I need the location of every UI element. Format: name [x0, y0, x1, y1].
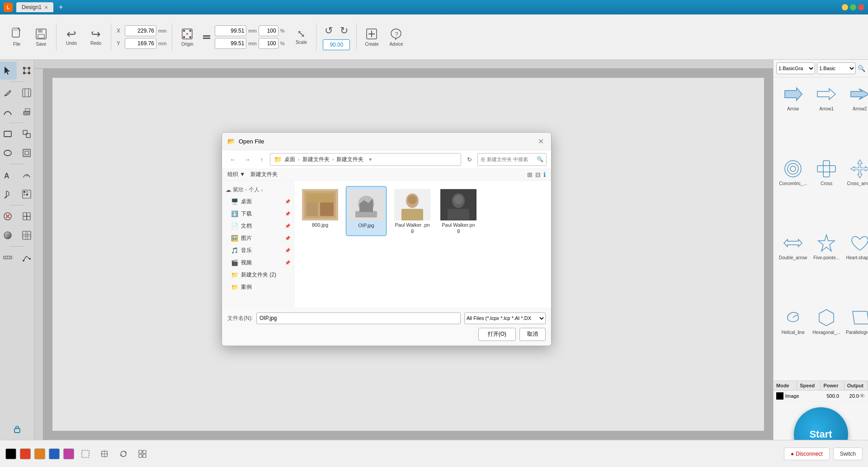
scale-button[interactable]: ⤡ Scale: [290, 27, 312, 47]
nav-forward-button[interactable]: →: [241, 153, 254, 166]
marquee-tool[interactable]: [97, 446, 112, 462]
grid-view-tool[interactable]: [135, 446, 150, 462]
breadcrumb-dropdown-icon[interactable]: ▼: [368, 157, 373, 162]
close-button[interactable]: [858, 4, 864, 10]
shape-concentric[interactable]: Concentric_...: [777, 156, 809, 229]
selection-tool-bottom[interactable]: [78, 446, 93, 462]
shape-cross-arrow[interactable]: Cross_arrow: [844, 156, 868, 229]
shape-cross[interactable]: Cross: [811, 156, 842, 229]
color-blue[interactable]: [49, 448, 60, 459]
angle-input[interactable]: [323, 39, 350, 50]
breadcrumb[interactable]: 📁 桌面 › 新建文件夹 › 新建文件夹 ▼: [270, 153, 461, 166]
cases-icon: 📁: [231, 284, 238, 291]
file-thumb-oipjpg: [348, 189, 384, 221]
maximize-button[interactable]: [850, 4, 856, 10]
x-input[interactable]: [125, 25, 156, 36]
save-button[interactable]: Save: [30, 25, 52, 48]
shape-arrow1[interactable]: Arrow1: [811, 81, 842, 154]
sidebar-cloud-group[interactable]: ☁ 紫欣 - 个人 ›: [222, 184, 294, 195]
dialog-close-button[interactable]: ✕: [536, 136, 546, 146]
new-tab-button[interactable]: +: [59, 3, 63, 11]
sidebar-item-downloads[interactable]: ⬇️ 下载 📌: [222, 208, 294, 220]
dialog-footer: 文件名(N): All Files (*.lcpx *.lcp *.AI *.D…: [222, 307, 551, 345]
sidebar-pin-icon-downloads: 📌: [285, 211, 290, 216]
nav-up-button[interactable]: ↑: [255, 153, 268, 166]
save-icon: [34, 27, 48, 41]
file-item-800jpg[interactable]: 800.jpg: [300, 186, 340, 236]
shape-category-dropdown-2[interactable]: 1.Basic: [817, 62, 856, 74]
app-tab[interactable]: Design1 ✕: [16, 2, 53, 12]
save-label: Save: [36, 42, 47, 47]
shape-search-icon[interactable]: 🔍: [858, 65, 865, 72]
shape-parallelogram[interactable]: Parallelogram: [844, 305, 868, 377]
width-pct-input[interactable]: [259, 25, 278, 36]
sidebar-item-videos[interactable]: 🎬 视频 📌: [222, 257, 294, 269]
minimize-button[interactable]: [842, 4, 848, 10]
file-item-paulwalker2[interactable]: Paul Walker.png: [438, 186, 479, 236]
layer-visibility-icon[interactable]: 👁: [859, 392, 865, 400]
color-orange[interactable]: [34, 448, 45, 459]
sidebar-item-pictures[interactable]: 🖼️ 图片 📌: [222, 232, 294, 244]
origin-icon: [180, 27, 194, 41]
arrow1-shape-icon: [815, 83, 838, 105]
redo-button[interactable]: ↪ Redo: [85, 26, 107, 48]
open-file-dialog: 📂 Open File ✕ ← → ↑ 📁 桌面 › 新建文件夹 › 新建文件夹…: [222, 132, 552, 346]
rotate-cw-button[interactable]: ↻: [337, 24, 351, 38]
height-pct-input[interactable]: [259, 38, 278, 49]
file-button[interactable]: File: [5, 25, 28, 48]
origin-button[interactable]: Origin: [176, 25, 198, 48]
tab-close-icon[interactable]: ✕: [44, 5, 48, 10]
cross-shape-label: Cross: [821, 181, 832, 186]
file-name-paulwalker2: Paul Walker.png: [441, 222, 476, 233]
create-button[interactable]: Create: [360, 25, 383, 48]
color-black[interactable]: [5, 448, 16, 459]
shape-hexagonal[interactable]: Hexagonal_...: [811, 305, 842, 377]
search-icon[interactable]: 🔍: [537, 156, 543, 162]
sidebar-item-new-folder-2[interactable]: 📁 新建文件夹 (2): [222, 269, 294, 281]
undo-button[interactable]: ↩ Undo: [60, 26, 83, 48]
sidebar-item-desktop[interactable]: 🖥️ 桌面 📌: [222, 195, 294, 208]
create-label: Create: [365, 42, 378, 47]
nav-back-button[interactable]: ←: [226, 153, 239, 166]
layers-section: Mode Speed Power Output Image 500.0 20.0…: [774, 381, 868, 402]
shape-five-pointed[interactable]: Five-pointe...: [811, 230, 842, 303]
file-item-oipjpg[interactable]: OIP.jpg: [346, 186, 387, 236]
disconnect-button[interactable]: ● Disconnect: [784, 448, 830, 460]
shape-double-arrow[interactable]: Double_arrow: [777, 230, 809, 303]
refresh-tool[interactable]: [116, 446, 131, 462]
height-input[interactable]: [215, 38, 246, 49]
new-folder-button[interactable]: 新建文件夹: [250, 171, 278, 178]
svg-marker-68: [818, 235, 835, 251]
view-icon-split[interactable]: ⊟: [535, 171, 541, 178]
shape-heart[interactable]: Heart-shaped: [844, 230, 868, 303]
sidebar-item-music[interactable]: 🎵 音乐 📌: [222, 244, 294, 257]
advice-button[interactable]: ? Advice: [385, 25, 407, 48]
wh-group: mm % mm %: [215, 25, 284, 49]
switch-button[interactable]: Switch: [833, 448, 863, 460]
organize-button[interactable]: 组织 ▼: [227, 171, 245, 178]
shape-category-dropdown-1[interactable]: 1.BasicGra: [776, 62, 815, 74]
sidebar-expand-icon[interactable]: ›: [261, 187, 263, 193]
filetype-select[interactable]: All Files (*.lcpx *.lcp *.AI *.DX: [464, 312, 546, 324]
shape-helical[interactable]: Helical_line: [777, 305, 809, 377]
open-button[interactable]: 打开(O): [478, 328, 516, 341]
layer-row-image[interactable]: Image 500.0 20.0 👁: [774, 391, 868, 402]
shape-arrow[interactable]: Arrow: [777, 81, 809, 154]
view-icon-grid[interactable]: ⊞: [527, 171, 533, 178]
color-purple[interactable]: [63, 448, 74, 459]
sidebar-item-cases[interactable]: 📁 案例: [222, 281, 294, 293]
disconnect-label: Disconnect: [796, 451, 822, 457]
hexagonal-shape-label: Hexagonal_...: [812, 330, 840, 335]
help-icon[interactable]: ℹ: [543, 171, 546, 178]
rotate-ccw-button[interactable]: ↺: [322, 24, 335, 38]
y-input[interactable]: [125, 38, 156, 49]
cancel-button[interactable]: 取消: [519, 328, 546, 341]
file-item-paulwalker1[interactable]: Paul Walker .png: [392, 186, 433, 236]
shape-arrow2[interactable]: Arrow2: [844, 81, 868, 154]
width-input[interactable]: [215, 25, 246, 36]
search-input[interactable]: [481, 157, 535, 162]
color-red[interactable]: [20, 448, 31, 459]
sidebar-item-documents[interactable]: 📄 文档 📌: [222, 220, 294, 232]
filename-input[interactable]: [256, 312, 461, 324]
refresh-button[interactable]: ↻: [463, 153, 476, 166]
